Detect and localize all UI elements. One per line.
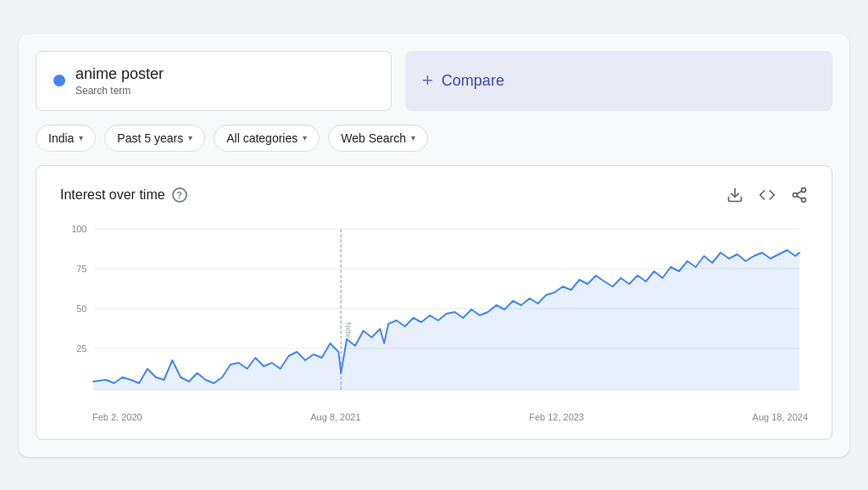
filter-categories[interactable]: All categories ▾ <box>214 125 320 152</box>
svg-text:75: 75 <box>76 263 86 273</box>
filter-search-type[interactable]: Web Search ▾ <box>328 125 428 152</box>
search-term-label: Search term <box>75 85 164 97</box>
svg-line-5 <box>797 191 802 193</box>
chevron-down-icon: ▾ <box>411 133 415 142</box>
chart-actions <box>726 187 808 203</box>
embed-icon <box>759 187 776 203</box>
search-term-name: anime poster <box>75 65 164 83</box>
svg-text:50: 50 <box>76 303 86 313</box>
chart-title: Interest over time <box>60 187 165 203</box>
main-container: anime poster Search term + Compare India… <box>19 34 849 457</box>
x-label-4: Aug 18, 2024 <box>753 412 808 422</box>
embed-button[interactable] <box>759 187 776 203</box>
help-label: ? <box>176 190 182 200</box>
compare-plus-icon: + <box>422 70 433 92</box>
filter-time-range[interactable]: Past 5 years ▾ <box>104 125 205 152</box>
chart-area: 100 75 50 25 Note <box>60 220 808 407</box>
filter-time-label: Past 5 years <box>117 131 183 145</box>
chevron-down-icon: ▾ <box>188 133 192 142</box>
share-button[interactable] <box>791 187 808 203</box>
top-row: anime poster Search term + Compare <box>36 51 832 111</box>
svg-line-4 <box>797 196 802 198</box>
x-label-3: Feb 12, 2023 <box>529 412 584 422</box>
filter-categories-label: All categories <box>226 131 298 145</box>
chevron-down-icon: ▾ <box>79 133 83 142</box>
filter-search-type-label: Web Search <box>341 131 406 145</box>
search-term-card: anime poster Search term <box>36 51 392 111</box>
chart-title-area: Interest over time ? <box>60 187 187 203</box>
download-icon <box>726 187 743 203</box>
compare-card[interactable]: + Compare <box>405 51 832 111</box>
filter-row: India ▾ Past 5 years ▾ All categories ▾ … <box>36 125 832 152</box>
search-term-text: anime poster Search term <box>75 65 164 97</box>
svg-text:Note: Note <box>344 321 353 337</box>
x-axis-labels: Feb 2, 2020 Aug 8, 2021 Feb 12, 2023 Aug… <box>60 407 808 422</box>
filter-country-label: India <box>48 131 74 145</box>
x-label-2: Aug 8, 2021 <box>310 412 360 422</box>
trend-chart: 100 75 50 25 Note <box>60 220 808 407</box>
search-term-dot <box>53 75 65 86</box>
svg-text:25: 25 <box>76 342 86 353</box>
x-label-1: Feb 2, 2020 <box>92 412 142 422</box>
svg-text:100: 100 <box>71 223 86 233</box>
chart-header: Interest over time ? <box>60 187 808 203</box>
share-icon <box>791 187 808 203</box>
svg-marker-17 <box>93 250 799 390</box>
chart-card: Interest over time ? <box>36 165 832 440</box>
help-icon[interactable]: ? <box>172 187 187 203</box>
chevron-down-icon: ▾ <box>303 133 307 142</box>
filter-country[interactable]: India ▾ <box>36 125 96 152</box>
compare-label: Compare <box>442 72 504 90</box>
download-button[interactable] <box>726 187 743 203</box>
